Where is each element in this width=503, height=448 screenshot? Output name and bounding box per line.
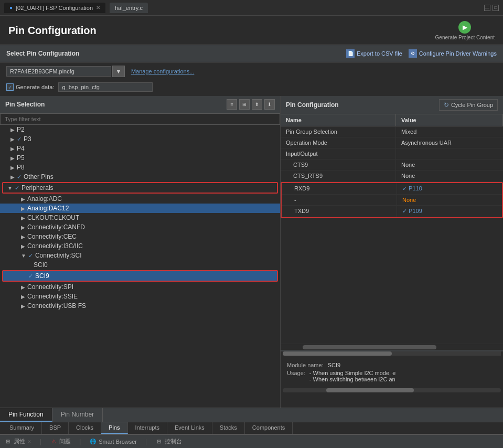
expand-arrow-ssie: ▶ (21, 294, 25, 300)
status-bar: ⊞ 属性 ✕ | ⚠ 问题 | 🌐 Smart Browser | ⊟ 控制台 (0, 434, 503, 448)
expand-arrow-peripherals: ▼ (7, 185, 13, 191)
prop-value-dash[interactable]: None (397, 195, 502, 205)
tree-item-analog-dac12[interactable]: ▶ Analog:DAC12 (0, 204, 280, 213)
tab-fsp-config[interactable]: ● [02_UART] FSP Configuration ✕ (4, 3, 105, 13)
config-dropdown-row: ▼ Manage configurations... (0, 62, 503, 80)
tree-item-p2[interactable]: ▶ P2 (0, 125, 280, 134)
prop-value-txd9[interactable]: ✓ P109 (397, 206, 502, 217)
pin-function-tabs: Pin Function Pin Number (0, 408, 503, 422)
prop-value-rxd9[interactable]: ✓ P110 (397, 183, 502, 194)
bnav-tab-clocks[interactable]: Clocks (69, 422, 101, 434)
generate-data-input[interactable] (58, 82, 153, 92)
maximize-button[interactable]: □ (493, 5, 499, 11)
tab-fsp-icon: ● (9, 5, 13, 10)
toolbar-import-icon[interactable]: ⬇ (264, 99, 275, 110)
prop-name-rxd9: RXD9 (282, 183, 397, 194)
pin-tree-area: ▶ P2 ▶ ✓ P3 ▶ P4 ▶ P5 (0, 125, 280, 408)
prop-value-cts9[interactable]: None (396, 159, 503, 170)
status-problems[interactable]: ⚠ 问题 (50, 438, 71, 445)
tree-item-conn-usb[interactable]: ▶ Connectivity:USB FS (0, 301, 280, 311)
expand-arrow-otherpins: ▶ (10, 174, 15, 180)
prop-table-scrollbar-h[interactable] (281, 344, 503, 350)
status-divider-2: | (79, 438, 81, 445)
problems-label: 问题 (59, 438, 71, 445)
tree-item-conn-canfd[interactable]: ▶ Connectivity:CANFD (0, 222, 280, 232)
info-panel: Module name: SCI9 Usage: - When using Si… (281, 350, 503, 408)
tree-item-conn-i3c[interactable]: ▶ Connectivity:I3C/IIC (0, 241, 280, 251)
bnav-tab-stacks[interactable]: Stacks (212, 422, 245, 434)
page-header: Pin Configuration ▶ Generate Project Con… (0, 16, 503, 45)
manage-configurations-link[interactable]: Manage configurations... (131, 68, 194, 74)
toolbar-export-icon[interactable]: ⬆ (252, 99, 262, 110)
export-csv-icon: 📄 (346, 49, 355, 58)
pin-function-tabs-section: Pin Function Pin Number Summary BSP Cloc… (0, 408, 503, 434)
tree-item-otherpins[interactable]: ▶ ✓ Other Pins (0, 172, 280, 182)
prop-row-cts9: CTS9 None (281, 159, 503, 170)
info-usage-lines: - When using Simple I2C mode, e - When s… (309, 370, 395, 382)
tab-hal-entry[interactable]: hal_entry.c (110, 3, 148, 13)
expand-arrow-analog-adc: ▶ (21, 196, 25, 202)
bnav-tab-components[interactable]: Components (245, 422, 293, 434)
info-panel-scrollbar[interactable] (283, 351, 501, 356)
bnav-tab-interrupts[interactable]: Interrupts (128, 422, 167, 434)
tree-item-conn-spi[interactable]: ▶ Connectivity:SPI (0, 282, 280, 292)
tree-item-analog-adc[interactable]: ▶ Analog:ADC (0, 194, 280, 204)
tree-item-sci0[interactable]: SCI0 (0, 260, 280, 270)
pin-filter-input[interactable] (0, 113, 280, 125)
bnav-tab-bsp[interactable]: BSP (42, 422, 69, 434)
prop-name-dash: - (282, 195, 397, 205)
configure-warnings-icon: ⚙ (409, 49, 417, 58)
tree-item-peripherals[interactable]: ▼ ✓ Peripherals (3, 183, 277, 193)
tree-item-clkout[interactable]: ▶ CLKOUT:CLKOUT (0, 213, 280, 222)
cycle-pin-group-button[interactable]: ↻ Cycle Pin Group (439, 99, 498, 111)
status-properties[interactable]: ⊞ 属性 ✕ (4, 438, 31, 445)
bnav-tab-pins[interactable]: Pins (101, 422, 127, 434)
info-usage-line-1: - When using Simple I2C mode, e (309, 370, 395, 376)
tree-item-conn-sci[interactable]: ▼ ✓ Connectivity:SCI (0, 251, 280, 260)
generate-data-checkbox[interactable]: ✓ (6, 83, 14, 91)
tree-item-p3[interactable]: ▶ ✓ P3 (0, 134, 280, 144)
expand-arrow-p8: ▶ (10, 165, 15, 170)
tree-item-p8[interactable]: ▶ P8 (0, 163, 280, 172)
red-outlined-rows: RXD9 ✓ P110 - None TXD9 ✓ P109 (281, 182, 503, 218)
expand-arrow-cec: ▶ (21, 234, 25, 240)
close-properties-icon[interactable]: ✕ (27, 439, 31, 444)
tree-item-p4[interactable]: ▶ P4 (0, 144, 280, 153)
status-divider-1: | (40, 438, 41, 445)
prop-value-pin-group[interactable]: Mixed (396, 126, 503, 137)
status-smart-browser[interactable]: 🌐 Smart Browser (89, 438, 137, 445)
info-panel-scrollbar-h[interactable] (283, 388, 501, 392)
tab-pin-number[interactable]: Pin Number (52, 408, 103, 422)
configure-warnings-button[interactable]: ⚙ Configure Pin Driver Warnings (409, 49, 497, 58)
info-usage-label: Usage: (287, 370, 305, 382)
info-scrollbar-h-thumb (326, 388, 413, 392)
status-console[interactable]: ⊟ 控制台 (155, 438, 182, 445)
export-csv-button[interactable]: 📄 Export to CSV file (346, 49, 402, 58)
expand-arrow-p3: ▶ (10, 136, 15, 142)
tree-item-conn-ssie[interactable]: ▶ Connectivity:SSIE (0, 292, 280, 301)
dropdown-arrow-button[interactable]: ▼ (112, 66, 125, 77)
tab-fsp-close[interactable]: ✕ (96, 5, 100, 10)
tab-pin-function[interactable]: Pin Function (0, 408, 52, 422)
cycle-icon: ↻ (444, 101, 449, 109)
minimize-button[interactable]: — (484, 5, 490, 11)
pin-selection-toolbar: ≡ ⊞ ⬆ ⬇ (227, 99, 275, 110)
info-scrollbar-thumb (283, 351, 392, 356)
prop-value-cts-rts9[interactable]: None (396, 170, 503, 181)
toolbar-list-icon[interactable]: ≡ (227, 99, 237, 110)
check-sci: ✓ (28, 252, 33, 259)
tree-item-sci9[interactable]: ✓ SCI9 (3, 271, 277, 281)
smart-browser-label: Smart Browser (99, 439, 137, 445)
prop-name-op-mode: Operation Mode (281, 137, 396, 148)
prop-name-pin-group: Pin Group Selection (281, 126, 396, 137)
bnav-tab-summary[interactable]: Summary (2, 422, 42, 434)
generate-project-button[interactable]: ▶ Generate Project Content (435, 21, 495, 40)
config-dropdown-input[interactable] (6, 66, 111, 77)
pin-selection-panel: Pin Selection ≡ ⊞ ⬆ ⬇ ▶ P2 ▶ ✓ (0, 96, 281, 408)
config-dropdown: ▼ (6, 66, 125, 77)
tree-item-p5[interactable]: ▶ P5 (0, 153, 280, 163)
tree-item-conn-cec[interactable]: ▶ Connectivity:CEC (0, 232, 280, 241)
toolbar-grid-icon[interactable]: ⊞ (239, 99, 250, 110)
prop-value-op-mode[interactable]: Asynchronous UAR (396, 137, 503, 148)
bnav-tab-event-links[interactable]: Event Links (167, 422, 212, 434)
